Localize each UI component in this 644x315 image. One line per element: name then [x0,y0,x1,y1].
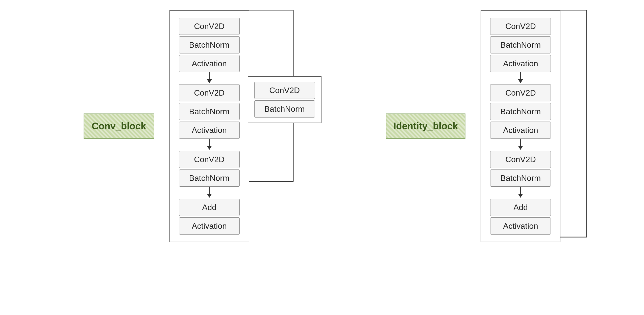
id-node-conv2d-1: ConV2D [490,18,551,35]
conv-arrow-1 [179,72,240,84]
identity-block-diagram: Identity_block ConV2D BatchNorm Activa [386,10,561,242]
conv-node-batchnorm-2: BatchNorm [179,103,240,120]
conv-node-conv2d-3: ConV2D [179,151,240,168]
conv-shortcut-batchnorm: BatchNorm [254,100,315,118]
conv-node-batchnorm-1: BatchNorm [179,36,240,53]
conv-node-activation-1: Activation [179,55,240,72]
id-node-activation-2: Activation [490,122,551,139]
id-node-conv2d-2: ConV2D [490,84,551,101]
identity-group2: ConV2D BatchNorm Activation [490,84,551,139]
conv-group1: ConV2D BatchNorm Activation [179,18,240,72]
conv-shortcut-conv2d: ConV2D [254,82,315,99]
id-arrow-1 [490,72,551,84]
conv-arrow-3 [179,187,240,199]
conv-shortcut-box: ConV2D BatchNorm [248,76,321,123]
conv-group2: ConV2D BatchNorm Activation [179,84,240,139]
conv-node-activation-final: Activation [179,217,240,235]
conv-node-batchnorm-3: BatchNorm [179,169,240,187]
conv-block-label: Conv_block [84,113,154,139]
conv-block-wrapper: ConV2D BatchNorm Activation ConV2D Batch… [169,10,249,242]
conv-final-group: Add Activation [179,199,240,235]
id-node-batchnorm-3: BatchNorm [490,169,551,187]
identity-group3: ConV2D BatchNorm [490,151,551,187]
conv-arrow-2 [179,139,240,151]
id-arrow-3 [490,187,551,199]
conv-node-add: Add [179,199,240,216]
id-node-activation-final: Activation [490,217,551,235]
identity-block-label: Identity_block [386,113,466,139]
conv-node-conv2d-1: ConV2D [179,18,240,35]
id-node-batchnorm-1: BatchNorm [490,36,551,53]
id-node-add: Add [490,199,551,216]
identity-block-wrapper: ConV2D BatchNorm Activation ConV2D Batch… [481,10,560,242]
id-arrow-2 [490,139,551,151]
identity-group1: ConV2D BatchNorm Activation [490,18,551,72]
conv-node-conv2d-2: ConV2D [179,84,240,101]
conv-outer-box: ConV2D BatchNorm Activation ConV2D Batch… [169,10,249,242]
conv-block-diagram: Conv_block ConV2D Bat [84,10,249,242]
conv-group3: ConV2D BatchNorm [179,151,240,187]
identity-outer-box: ConV2D BatchNorm Activation ConV2D Batch… [481,10,560,242]
id-node-batchnorm-2: BatchNorm [490,103,551,120]
id-node-activation-1: Activation [490,55,551,72]
conv-node-activation-2: Activation [179,122,240,139]
identity-final-group: Add Activation [490,199,551,235]
id-node-conv2d-3: ConV2D [490,151,551,168]
